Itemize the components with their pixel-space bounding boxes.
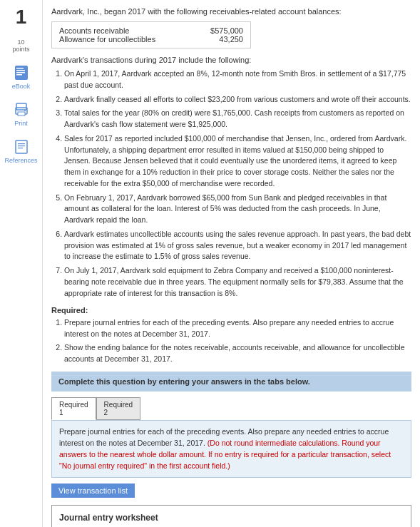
required-title: Required:: [51, 306, 411, 314]
journal-entry-worksheet: Journal entry worksheet ‹ 1 2 3 4 5 6 7 …: [51, 505, 411, 527]
list-item: On April 1, 2017, Aardvark accepted an 8…: [64, 68, 411, 91]
references-icon: [14, 139, 29, 155]
sidebar: 1 10points eBook: [0, 0, 43, 527]
problem-number: 1: [16, 7, 27, 27]
account-name-receivable: Accounts receivable: [59, 26, 129, 35]
print-icon: [14, 102, 29, 118]
svg-rect-11: [18, 145, 25, 146]
account-row-allowance: Allowance for uncollectibles 43,250: [59, 35, 243, 44]
print-label: Print: [14, 120, 28, 127]
svg-rect-7: [18, 112, 25, 116]
sidebar-item-references[interactable]: References: [4, 138, 37, 164]
list-item: On February 1, 2017, Aardvark borrowed $…: [64, 193, 411, 226]
ebook-label: eBook: [12, 83, 31, 90]
svg-rect-2: [16, 70, 25, 71]
account-value-allowance: 43,250: [219, 35, 243, 44]
worksheet-title: Journal entry worksheet: [59, 513, 404, 523]
tabs-row: Required1 Required2: [51, 397, 411, 420]
svg-rect-12: [18, 148, 23, 148]
points-label: 10points: [12, 39, 29, 53]
list-item: Aardvark estimates uncollectible account…: [64, 229, 411, 262]
instruction-box: Prepare journal entries for each of the …: [51, 420, 411, 478]
required-item: Prepare journal entries for each of the …: [64, 317, 411, 340]
account-name-allowance: Allowance for uncollectibles: [59, 35, 155, 44]
tabs-instruction: Complete this question by entering your …: [51, 372, 411, 392]
svg-rect-10: [18, 143, 25, 144]
sidebar-item-ebook[interactable]: eBook: [12, 64, 31, 90]
svg-rect-5: [16, 103, 26, 110]
list-item: Aardvark finally ceased all efforts to c…: [64, 94, 411, 106]
account-balances-table: Accounts receivable $575,000 Allowance f…: [51, 21, 251, 48]
transactions-intro: Aardvark's transactions during 2017 incl…: [51, 56, 411, 64]
sidebar-item-print[interactable]: Print: [13, 101, 30, 127]
account-value-receivable: $575,000: [210, 26, 243, 35]
svg-rect-3: [16, 72, 25, 73]
account-row-receivable: Accounts receivable $575,000: [59, 26, 243, 35]
view-transaction-list-button[interactable]: View transaction list: [51, 483, 135, 498]
tab-required-2[interactable]: Required2: [96, 397, 141, 420]
book-icon: [14, 65, 29, 81]
svg-rect-9: [16, 140, 27, 153]
main-content: Aardvark, Inc., began 2017 with the foll…: [43, 0, 420, 527]
list-item: On July 1, 2017, Aardvark sold equipment…: [64, 265, 411, 299]
required-section: Required: Prepare journal entries for ea…: [51, 306, 411, 364]
svg-rect-1: [16, 68, 24, 69]
list-item: Total sales for the year (80% on credit)…: [64, 108, 411, 131]
problem-title: Aardvark, Inc., began 2017 with the foll…: [51, 7, 411, 16]
svg-rect-4: [16, 74, 22, 76]
required-item: Show the ending balance for the notes re…: [64, 342, 411, 365]
transactions-list: On April 1, 2017, Aardvark accepted an 8…: [51, 68, 411, 299]
references-label: References: [4, 157, 37, 164]
list-item: Sales for 2017 as reported included $100…: [64, 133, 411, 190]
tab-required-1[interactable]: Required1: [51, 397, 96, 420]
svg-point-8: [24, 110, 26, 111]
